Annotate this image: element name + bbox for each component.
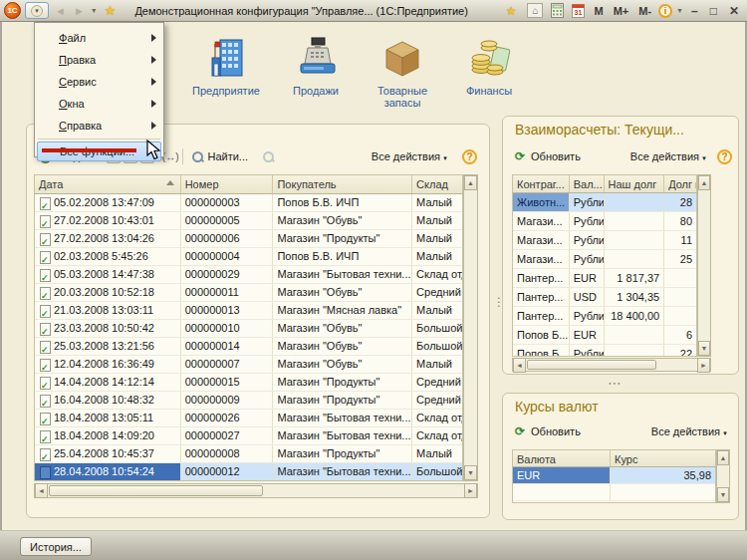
all-actions-button[interactable]: Все действия▼	[651, 425, 728, 437]
table-row[interactable]: Пантер...USD1 304,35	[513, 288, 696, 307]
scroll-right-icon[interactable]: ►	[464, 483, 477, 498]
table-row[interactable]: Пантер...Рубли18 400,00	[513, 307, 696, 326]
home-icon[interactable]: ⌂	[527, 3, 543, 18]
scroll-down-icon[interactable]: ▼	[717, 487, 729, 502]
main-menu-button[interactable]: ▼	[25, 2, 49, 19]
table-row[interactable]: Пантер...EUR1 817,37	[513, 269, 696, 288]
menu-item-help[interactable]: Справка	[35, 115, 163, 137]
fit-columns-icon[interactable]: (↔)	[162, 151, 179, 162]
menu-item-windows[interactable]: Окна	[35, 93, 163, 115]
column-header-date[interactable]: Дата	[35, 175, 181, 193]
table-row[interactable]: Магази...Рубли11	[513, 231, 696, 250]
calendar-icon[interactable]: 31	[572, 3, 585, 18]
table-row[interactable]: 14.04.2008 14:12:14000000015Магазин "Про…	[35, 374, 462, 392]
column-header-currency[interactable]: Вал...	[570, 175, 605, 192]
panel-splitter-horizontal[interactable]	[608, 375, 622, 391]
doc-vertical-scrollbar[interactable]: ▲ ▼	[463, 174, 478, 481]
section-label: Финансы	[452, 85, 526, 97]
table-row[interactable]: 25.04.2008 10:45:37000000008Магазин "Про…	[35, 445, 462, 463]
info-icon[interactable]: i	[658, 4, 672, 18]
refresh-button[interactable]: ⟳Обновить	[511, 422, 585, 440]
table-row-selected[interactable]: 28.04.2008 10:54:24000000012Магазин "Быт…	[35, 463, 462, 481]
maximize-button[interactable]: □	[710, 4, 717, 18]
table-row[interactable]: Магази...Рубли80	[513, 212, 696, 231]
column-header-contragent[interactable]: Контраг...	[513, 175, 570, 192]
annotation-red-underline	[42, 148, 136, 152]
table-row[interactable]: 05.02.2008 13:47:09000000003Попов Б.В. И…	[35, 194, 462, 212]
help-button[interactable]: ?	[462, 149, 477, 164]
table-row[interactable]: 23.03.2008 10:50:42000000010Магазин "Обу…	[35, 320, 462, 338]
settlements-toolbar: ⟳Обновить Все действия▼ ?	[511, 146, 732, 166]
settlements-vertical-scrollbar[interactable]: ▲ ▼	[697, 174, 711, 357]
scroll-up-icon[interactable]: ▲	[464, 175, 477, 190]
menu-item-file[interactable]: Файл	[35, 27, 163, 49]
table-row[interactable]: 12.04.2008 16:36:49000000007Магазин "Обу…	[35, 356, 462, 374]
info-dropdown-icon[interactable]: ▼	[676, 7, 683, 14]
table-row[interactable]: 18.04.2008 13:05:11000000026Магазин "Быт…	[35, 410, 462, 427]
scroll-up-icon[interactable]: ▲	[698, 175, 710, 190]
forward-icon[interactable]: ►	[72, 5, 87, 17]
back-icon[interactable]: ◄	[53, 5, 68, 17]
column-header-their-debt[interactable]: Долг н	[664, 175, 696, 192]
all-actions-button[interactable]: Все действия▼	[630, 150, 707, 162]
column-header-number[interactable]: Номер	[181, 175, 274, 193]
column-header-warehouse[interactable]: Склад	[412, 175, 462, 193]
column-header-buyer[interactable]: Покупатель	[273, 175, 412, 193]
refresh-button[interactable]: ⟳Обновить	[511, 147, 585, 165]
scroll-left-icon[interactable]: ◄	[513, 358, 526, 373]
table-row[interactable]: Попов Б...EUR6	[513, 326, 696, 345]
history-dropdown-icon[interactable]: ▼	[91, 7, 98, 14]
scroll-left-icon[interactable]: ◄	[35, 483, 48, 498]
section-sales[interactable]: Продажи	[281, 32, 351, 97]
table-row[interactable]: Попов Б...Рубли22	[513, 345, 696, 357]
table-row[interactable]: 16.04.2008 10:48:32000000009Магазин "Про…	[35, 392, 462, 410]
app-logo-1c-icon: 1С	[4, 2, 21, 19]
scroll-right-icon[interactable]: ►	[697, 358, 710, 373]
history-button[interactable]: История...	[20, 537, 92, 556]
memory-m-button[interactable]: M	[594, 5, 603, 17]
table-row[interactable]: 02.03.2008 5:45:26000000004Попов Б.В. ИЧ…	[35, 248, 462, 266]
scrollbar-thumb[interactable]	[49, 485, 263, 496]
doc-table-header: Дата Номер Покупатель Склад	[34, 174, 463, 194]
scroll-up-icon[interactable]: ▲	[717, 450, 729, 465]
table-row[interactable]: 05.03.2008 14:47:38000000029Магазин "Быт…	[35, 266, 462, 284]
table-row[interactable]: 20.03.2008 10:52:18000000011Магазин "Обу…	[35, 284, 462, 302]
table-row-empty[interactable]	[513, 484, 715, 501]
currency-vertical-scrollbar[interactable]: ▲ ▼	[716, 449, 730, 503]
submenu-arrow-icon	[151, 100, 156, 108]
find-button[interactable]: Найти...	[187, 148, 252, 165]
table-row[interactable]: Магази...Рубли25	[513, 250, 696, 269]
all-actions-button[interactable]: Все действия▼	[372, 150, 448, 162]
table-row-selected[interactable]: EUR35,98	[513, 467, 715, 484]
menu-separator	[38, 139, 160, 140]
section-enterprise[interactable]: Предприятие	[183, 32, 269, 97]
table-row[interactable]: 18.04.2008 14:09:20000000027Магазин "Быт…	[35, 427, 462, 445]
add-favorite-star-icon[interactable]: ★	[503, 4, 520, 18]
column-header-rate[interactable]: Курс	[611, 450, 715, 466]
table-row-selected[interactable]: Животн...Рубли28	[513, 193, 696, 212]
table-row[interactable]: 21.03.2008 13:03:11000000013Магазин "Мяс…	[35, 302, 462, 320]
column-header-our-debt[interactable]: Наш долг	[605, 175, 665, 192]
doc-horizontal-scrollbar[interactable]: ◄ ►	[34, 483, 478, 498]
section-inventory[interactable]: Товарные запасы	[359, 32, 446, 109]
memory-m-minus-button[interactable]: M-	[638, 5, 651, 17]
section-finance[interactable]: Финансы	[452, 32, 526, 97]
help-button[interactable]: ?	[717, 149, 732, 164]
favorites-star-icon[interactable]: ★	[102, 3, 120, 18]
column-header-currency[interactable]: Валюта	[513, 450, 611, 466]
cancel-search-icon[interactable]	[262, 150, 275, 163]
calculator-icon[interactable]	[551, 3, 564, 18]
minimize-button[interactable]: –	[691, 4, 698, 18]
scroll-down-icon[interactable]: ▼	[698, 341, 710, 356]
table-row[interactable]: 27.02.2008 13:04:26000000006Магазин "Про…	[35, 230, 462, 248]
menu-item-edit[interactable]: Правка	[35, 49, 163, 71]
menu-item-service[interactable]: Сервис	[35, 71, 163, 93]
settlements-horizontal-scrollbar[interactable]: ◄ ►	[512, 358, 711, 372]
table-row[interactable]: 25.03.2008 13:21:56000000014Магазин "Обу…	[35, 338, 462, 356]
table-row[interactable]: 27.02.2008 10:43:01000000005Магазин "Обу…	[35, 212, 462, 230]
cash-register-icon	[281, 32, 351, 82]
memory-m-plus-button[interactable]: M+	[614, 5, 629, 17]
scroll-down-icon[interactable]: ▼	[464, 465, 477, 480]
scrollbar-thumb[interactable]	[527, 360, 656, 370]
close-button[interactable]: ✕	[729, 4, 739, 18]
